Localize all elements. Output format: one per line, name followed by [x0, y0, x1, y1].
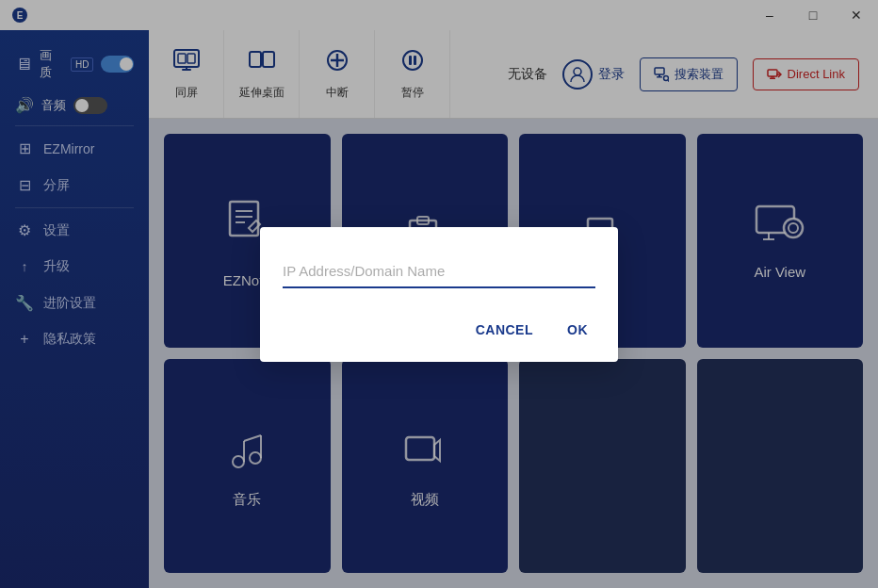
- direct-link-dialog: CANCEL OK: [260, 227, 618, 362]
- dialog-ok-button[interactable]: OK: [560, 317, 595, 343]
- ip-address-input[interactable]: [283, 255, 595, 288]
- dialog-actions: CANCEL OK: [283, 317, 595, 343]
- dialog-overlay: CANCEL OK: [0, 0, 878, 588]
- dialog-cancel-button[interactable]: CANCEL: [468, 317, 541, 343]
